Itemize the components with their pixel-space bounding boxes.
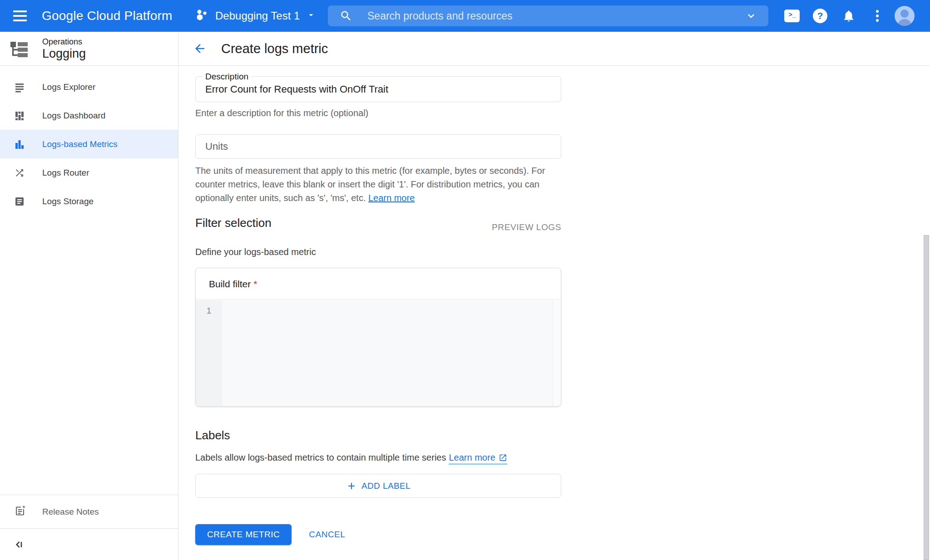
editor-input-area[interactable] <box>222 300 553 406</box>
page-title: Create logs metric <box>221 32 328 66</box>
cloud-shell-button[interactable]: >_ <box>784 0 800 32</box>
sidebar-item-label: Logs-based Metrics <box>42 139 118 149</box>
sidebar-item-label: Logs Router <box>42 168 89 178</box>
external-link-icon <box>499 453 507 462</box>
create-metric-button[interactable]: CREATE METRIC <box>195 524 292 545</box>
search-chevron-down-icon[interactable] <box>745 10 757 24</box>
logs-explorer-icon <box>14 82 25 93</box>
brand-logo: Google Cloud Platform <box>42 0 172 32</box>
release-notes-icon <box>14 505 26 519</box>
project-icon <box>195 8 209 24</box>
sidebar-item-logs-based-metrics[interactable]: Logs-based Metrics <box>0 130 178 158</box>
units-learn-more-link[interactable]: Learn more <box>368 193 415 203</box>
build-filter-card: Build filter* 1 <box>195 268 561 407</box>
page-scrollbar-thumb[interactable] <box>924 235 929 560</box>
sidebar-item-label: Logs Storage <box>42 196 94 206</box>
cancel-button[interactable]: CANCEL <box>309 530 345 540</box>
units-helper-text: The units of measurement that apply to t… <box>195 164 547 205</box>
account-avatar[interactable] <box>895 6 915 26</box>
labels-description: Labels allow logs-based metrics to conta… <box>195 452 507 464</box>
sidebar-collapse-row <box>0 528 178 560</box>
logs-storage-icon <box>14 196 25 207</box>
bell-icon <box>842 9 856 23</box>
help-button[interactable]: ? <box>813 0 827 32</box>
sidebar: Operations Logging Logs Explorer <box>0 32 178 560</box>
logs-dashboard-icon <box>14 110 25 121</box>
collapse-sidebar-icon[interactable] <box>13 539 25 550</box>
labels-learn-more-link[interactable]: Learn more <box>449 452 507 464</box>
sidebar-item-label: Logs Dashboard <box>42 111 105 121</box>
notifications-button[interactable] <box>841 0 856 32</box>
sidebar-item-logs-explorer[interactable]: Logs Explorer <box>0 73 178 101</box>
logs-based-metrics-icon <box>14 139 25 150</box>
project-selector[interactable]: Debugging Test 1 <box>195 0 316 32</box>
sidebar-item-logs-dashboard[interactable]: Logs Dashboard <box>0 101 178 130</box>
project-caret-icon <box>306 10 316 22</box>
search-placeholder: Search products and resources <box>367 5 513 26</box>
more-vert-icon <box>876 10 879 22</box>
add-label-text: ADD LABEL <box>361 481 411 491</box>
editor-line-number: 1 <box>196 306 222 316</box>
back-arrow-icon[interactable] <box>193 42 207 55</box>
gcp-console: Google Cloud Platform Debugging Test 1 S… <box>0 0 930 560</box>
sidebar-eyebrow: Operations <box>42 37 82 47</box>
filter-code-editor[interactable]: 1 <box>196 300 561 406</box>
add-label-button[interactable]: ADD LABEL <box>195 474 561 498</box>
sidebar-header: Operations Logging <box>0 32 178 66</box>
more-options-button[interactable] <box>873 0 882 32</box>
logs-router-icon <box>14 167 25 178</box>
sidebar-item-label: Logs Explorer <box>42 82 95 92</box>
filter-selection-subtitle: Define your logs-based metric <box>195 247 316 257</box>
help-icon: ? <box>813 9 827 23</box>
build-filter-header: Build filter* <box>196 268 561 300</box>
units-field-placeholder[interactable]: Units <box>196 135 561 158</box>
labels-heading: Labels <box>195 428 230 442</box>
units-field[interactable]: Units <box>195 134 561 159</box>
description-field[interactable]: Description Error Count for Requests wit… <box>195 76 561 102</box>
page-header: Create logs metric <box>178 32 930 66</box>
sidebar-footer: Release Notes <box>0 495 178 560</box>
search-input[interactable]: Search products and resources <box>328 5 768 26</box>
sidebar-item-logs-router[interactable]: Logs Router <box>0 158 178 187</box>
sidebar-menu: Logs Explorer Logs Dashboard <box>0 66 178 216</box>
filter-selection-heading: Filter selection <box>195 216 272 230</box>
avatar-body <box>897 19 912 26</box>
sidebar-item-logs-storage[interactable]: Logs Storage <box>0 187 178 216</box>
sidebar-title: Logging <box>42 47 86 61</box>
search-icon <box>340 10 352 24</box>
form-actions: CREATE METRIC CANCEL <box>195 524 345 545</box>
sidebar-item-label: Release Notes <box>42 507 99 517</box>
main-content: Create logs metric Description Error Cou… <box>178 32 930 560</box>
menu-icon[interactable] <box>13 10 28 21</box>
description-helper-text: Enter a description for this metric (opt… <box>195 108 368 118</box>
description-field-label: Description <box>203 72 251 82</box>
editor-line-gutter: 1 <box>196 300 222 406</box>
logging-product-icon <box>9 39 29 61</box>
top-app-bar: Google Cloud Platform Debugging Test 1 S… <box>0 0 930 32</box>
cloud-shell-icon: >_ <box>784 10 800 22</box>
sidebar-item-release-notes[interactable]: Release Notes <box>0 495 178 528</box>
project-name: Debugging Test 1 <box>215 10 300 22</box>
avatar-head <box>900 10 909 18</box>
required-asterisk: * <box>253 279 257 289</box>
editor-scrollbar[interactable] <box>553 300 561 406</box>
plus-icon <box>346 481 357 491</box>
preview-logs-button[interactable]: PREVIEW LOGS <box>470 222 561 232</box>
